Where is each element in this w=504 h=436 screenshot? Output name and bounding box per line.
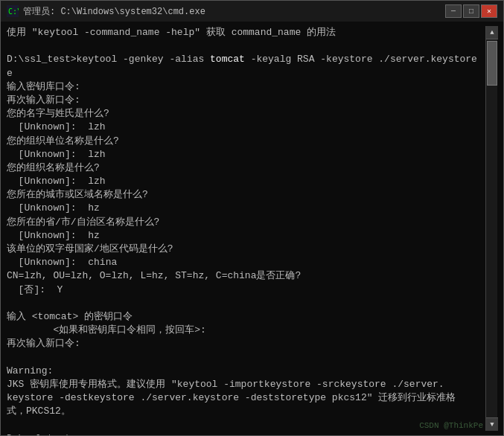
scrollbar-up-button[interactable]: ▲ [486,26,498,39]
close-button[interactable]: ✕ [481,4,497,18]
scrollbar-down-button[interactable]: ▼ [486,417,498,431]
window-title: 管理员: C:\Windows\system32\cmd.exe [23,5,445,18]
window-controls: ─ □ ✕ [445,4,497,18]
terminal-body: 使用 "keytool -command_name -help" 获取 comm… [1,22,503,435]
watermark: CSDN @ThinkPe [419,421,483,430]
minimize-button[interactable]: ─ [445,4,462,18]
restore-button[interactable]: □ [463,4,479,18]
title-bar: C:\ 管理员: C:\Windows\system32\cmd.exe ─ □… [1,1,503,22]
svg-text:C:\: C:\ [8,7,19,16]
scrollbar-thumb[interactable] [487,41,497,86]
cmd-window: C:\ 管理员: C:\Windows\system32\cmd.exe ─ □… [0,0,504,436]
scrollbar[interactable]: ▲ ▼ [485,26,497,431]
terminal-content[interactable]: 使用 "keytool -command_name -help" 获取 comm… [7,26,485,431]
cmd-icon: C:\ [7,5,19,17]
